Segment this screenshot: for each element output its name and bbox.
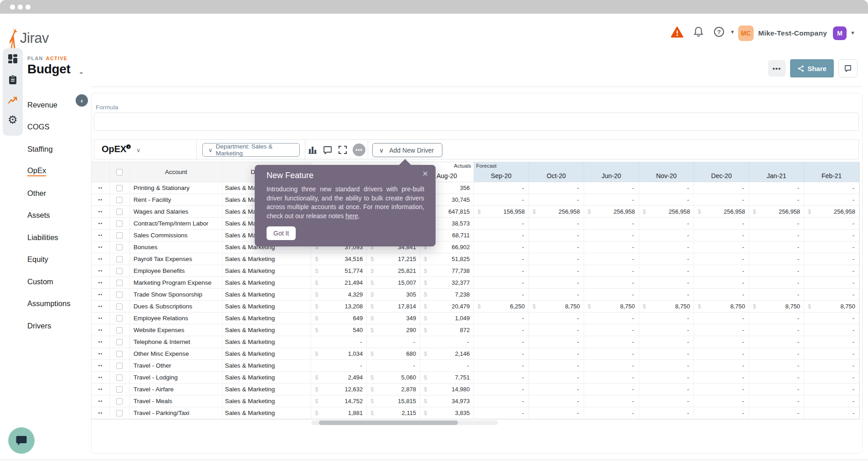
trends-icon[interactable] <box>8 96 18 106</box>
value-cell[interactable]: - <box>529 289 584 300</box>
sidebar-item-opex[interactable]: OpEx <box>27 160 70 183</box>
sidebar-item-liabilities[interactable]: Liabilities <box>27 226 70 249</box>
value-cell[interactable]: - <box>749 395 804 407</box>
value-cell[interactable]: $8,750 <box>694 301 749 312</box>
value-cell[interactable]: - <box>694 395 749 407</box>
value-cell[interactable]: - <box>804 218 859 229</box>
value-cell[interactable]: - <box>474 182 529 194</box>
row-checkbox[interactable] <box>116 339 123 345</box>
window-dot-icon[interactable] <box>18 5 23 10</box>
value-cell[interactable]: $13,208 <box>311 301 367 312</box>
user-menu-caret-icon[interactable]: ▼ <box>850 30 855 36</box>
value-cell[interactable]: - <box>311 336 367 348</box>
company-avatar[interactable]: MC <box>738 26 754 41</box>
drag-handle-icon[interactable] <box>92 336 110 348</box>
value-cell[interactable]: $8,750 <box>529 301 584 312</box>
value-cell[interactable]: $305 <box>367 289 420 300</box>
value-cell[interactable]: - <box>584 253 639 265</box>
value-cell[interactable]: - <box>639 336 694 348</box>
row-checkbox[interactable] <box>116 292 123 298</box>
value-cell[interactable]: - <box>529 230 584 241</box>
value-cell[interactable]: - <box>749 241 804 253</box>
drag-handle-icon[interactable] <box>92 372 110 383</box>
value-cell[interactable]: $14,752 <box>311 395 367 407</box>
value-cell[interactable]: - <box>474 218 529 229</box>
drag-handle-icon[interactable] <box>92 348 110 359</box>
section-chevron-icon[interactable]: ∨ <box>136 147 141 154</box>
value-cell[interactable]: - <box>804 336 859 348</box>
row-checkbox[interactable] <box>116 244 123 251</box>
row-checkbox[interactable] <box>116 197 123 203</box>
value-cell[interactable]: - <box>804 230 859 241</box>
value-cell[interactable]: - <box>749 230 804 241</box>
value-cell[interactable]: - <box>584 277 639 288</box>
value-cell[interactable]: - <box>749 194 804 205</box>
company-name[interactable]: Mike-Test-Company <box>758 29 827 37</box>
value-cell[interactable]: - <box>584 289 639 300</box>
drag-handle-icon[interactable] <box>92 253 110 265</box>
value-cell[interactable]: - <box>474 241 529 253</box>
value-cell[interactable]: - <box>749 384 804 395</box>
value-cell[interactable]: - <box>804 241 859 253</box>
value-cell[interactable]: - <box>694 241 749 253</box>
value-cell[interactable]: - <box>474 324 529 336</box>
value-cell[interactable]: - <box>367 336 420 348</box>
value-cell[interactable]: - <box>584 348 639 359</box>
value-cell[interactable]: - <box>474 372 529 383</box>
value-cell[interactable]: - <box>584 312 639 324</box>
value-cell[interactable]: - <box>474 384 529 395</box>
value-cell[interactable]: - <box>804 182 859 194</box>
value-cell[interactable]: - <box>474 277 529 288</box>
value-cell[interactable]: $1,034 <box>311 348 367 359</box>
value-cell[interactable]: - <box>639 253 694 265</box>
value-cell[interactable]: - <box>749 336 804 348</box>
value-cell[interactable]: - <box>694 218 749 229</box>
select-all-checkbox[interactable] <box>116 169 123 175</box>
value-cell[interactable]: $14,980 <box>420 384 474 395</box>
value-cell[interactable]: $34,516 <box>311 253 367 265</box>
value-cell[interactable]: $649 <box>311 312 367 324</box>
value-cell[interactable]: - <box>529 253 584 265</box>
value-cell[interactable]: - <box>584 395 639 407</box>
value-cell[interactable]: $5,060 <box>367 372 420 383</box>
value-cell[interactable]: - <box>749 289 804 300</box>
drag-handle-icon[interactable] <box>92 324 110 336</box>
row-checkbox[interactable] <box>116 280 123 286</box>
row-checkbox[interactable] <box>116 303 123 310</box>
value-cell[interactable]: $4,329 <box>311 289 367 300</box>
value-cell[interactable]: - <box>804 194 859 205</box>
value-cell[interactable]: - <box>749 253 804 265</box>
warning-icon[interactable] <box>671 26 683 38</box>
value-cell[interactable]: - <box>749 407 804 419</box>
value-cell[interactable]: - <box>749 372 804 383</box>
release-notes-link[interactable]: here <box>345 213 358 220</box>
settings-gear-icon[interactable]: ⚙ <box>8 115 18 125</box>
share-button[interactable]: Share <box>790 59 834 77</box>
drag-handle-icon[interactable] <box>92 194 110 205</box>
value-cell[interactable]: - <box>529 312 584 324</box>
value-cell[interactable]: $2,494 <box>311 372 367 383</box>
value-cell[interactable]: $20,479 <box>420 301 474 312</box>
value-cell[interactable]: - <box>311 360 367 371</box>
drag-handle-icon[interactable] <box>92 206 110 217</box>
expand-icon[interactable] <box>338 145 348 155</box>
drag-handle-icon[interactable] <box>92 218 110 229</box>
help-icon[interactable]: ? <box>714 26 724 37</box>
value-cell[interactable]: - <box>474 395 529 407</box>
row-checkbox[interactable] <box>116 410 123 416</box>
value-cell[interactable]: - <box>639 241 694 253</box>
value-cell[interactable]: - <box>529 324 584 336</box>
plan-dropdown-chevron-icon[interactable]: ⌄ <box>78 67 84 76</box>
notifications-bell-icon[interactable] <box>693 26 704 37</box>
value-cell[interactable]: $540 <box>311 324 367 336</box>
value-cell[interactable]: - <box>639 324 694 336</box>
row-checkbox[interactable] <box>116 220 123 227</box>
value-cell[interactable]: $256,958 <box>804 206 859 217</box>
value-cell[interactable]: - <box>584 265 639 277</box>
value-cell[interactable]: - <box>529 265 584 277</box>
value-cell[interactable]: - <box>639 218 694 229</box>
value-cell[interactable]: $32,377 <box>420 277 474 288</box>
value-cell[interactable]: $256,958 <box>639 206 694 217</box>
sidebar-item-staffing[interactable]: Staffing <box>27 138 70 160</box>
value-cell[interactable]: $34,973 <box>420 395 474 407</box>
